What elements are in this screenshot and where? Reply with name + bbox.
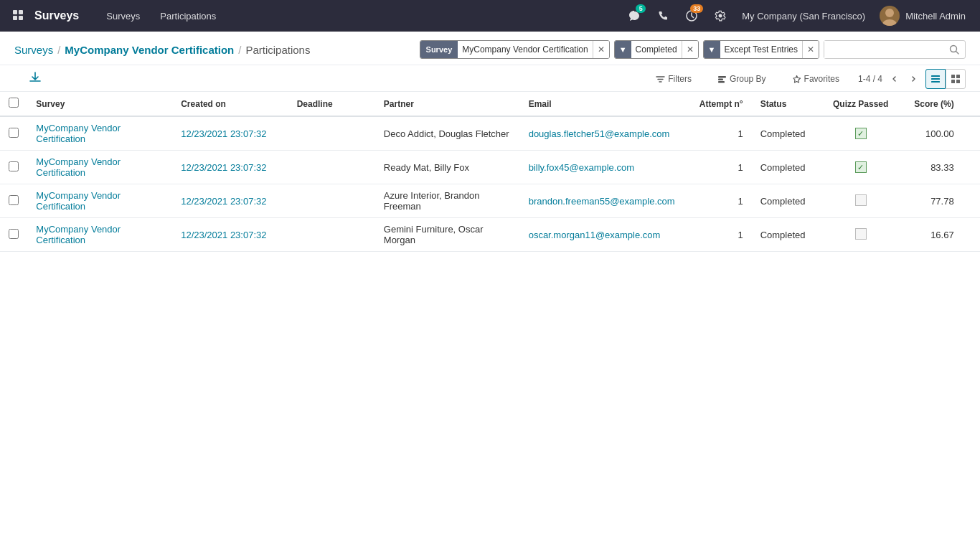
filter-tag-completed-close[interactable]: ✕ bbox=[682, 41, 698, 58]
row-survey-0[interactable]: MyCompany Vendor Certification bbox=[27, 116, 172, 151]
download-icon[interactable] bbox=[29, 71, 42, 87]
col-score-pct[interactable]: Score (%) bbox=[897, 92, 963, 116]
phone-icon-btn[interactable] bbox=[650, 3, 676, 29]
svg-rect-3 bbox=[19, 16, 23, 20]
prev-page-btn[interactable] bbox=[885, 70, 903, 88]
row-email-0[interactable]: douglas.fletcher51@example.com bbox=[520, 116, 687, 151]
col-more bbox=[963, 92, 980, 116]
chat-icon-btn[interactable]: 5 bbox=[621, 3, 647, 29]
nav-participations[interactable]: Participations bbox=[150, 0, 226, 32]
quizz-check-icon-3 bbox=[855, 228, 867, 240]
row-more-2 bbox=[963, 184, 980, 218]
row-survey-3[interactable]: MyCompany Vendor Certification bbox=[27, 218, 172, 252]
col-deadline[interactable]: Deadline bbox=[288, 92, 375, 116]
filter-tag-survey-close[interactable]: ✕ bbox=[593, 41, 609, 58]
svg-rect-11 bbox=[718, 81, 725, 83]
row-email-3[interactable]: oscar.morgan11@example.com bbox=[520, 218, 687, 252]
svg-rect-14 bbox=[931, 81, 940, 83]
row-attempt-3: 1 bbox=[687, 218, 752, 252]
clock-badge: 33 bbox=[690, 4, 703, 13]
row-created-1: 12/23/2021 23:07:32 bbox=[172, 151, 288, 184]
col-status[interactable]: Status bbox=[752, 92, 824, 116]
row-checkbox-1[interactable] bbox=[9, 161, 19, 171]
row-checkbox-cell bbox=[0, 184, 27, 218]
filter-tag-test-value: Except Test Entries bbox=[720, 41, 803, 58]
col-email[interactable]: Email bbox=[520, 92, 687, 116]
select-all-checkbox[interactable] bbox=[9, 98, 19, 108]
filter-tag-completed-icon: ▼ bbox=[615, 41, 631, 58]
list-view-btn[interactable] bbox=[925, 69, 946, 89]
row-checkbox-3[interactable] bbox=[9, 229, 19, 239]
row-partner-2[interactable]: Azure Interior, Brandon Freeman bbox=[375, 184, 520, 218]
row-deadline-1 bbox=[288, 151, 375, 184]
svg-rect-18 bbox=[956, 80, 960, 83]
settings-icon-btn[interactable] bbox=[707, 3, 733, 29]
favorites-label: Favorites bbox=[804, 74, 839, 84]
filters-btn[interactable]: Filters bbox=[649, 71, 699, 87]
chat-badge: 5 bbox=[636, 4, 646, 13]
row-partner-0[interactable]: Deco Addict, Douglas Fletcher bbox=[375, 116, 520, 151]
col-quizz-passed[interactable]: Quizz Passed bbox=[824, 92, 897, 116]
company-name[interactable]: My Company (San Francisco) bbox=[733, 11, 874, 22]
row-created-2: 12/23/2021 23:07:32 bbox=[172, 184, 288, 218]
group-by-label: Group By bbox=[730, 74, 766, 84]
grid-menu-icon[interactable] bbox=[9, 6, 29, 26]
search-wrap bbox=[824, 40, 966, 59]
filter-tag-completed: ▼ Completed ✕ bbox=[614, 40, 699, 59]
filter-tag-test-close[interactable]: ✕ bbox=[802, 41, 819, 58]
row-attempt-1: 1 bbox=[687, 151, 752, 184]
nav-surveys[interactable]: Surveys bbox=[96, 0, 150, 32]
row-more-0 bbox=[963, 116, 980, 151]
select-all-header bbox=[0, 92, 27, 116]
group-by-btn[interactable]: Group By bbox=[710, 71, 773, 87]
svg-line-8 bbox=[956, 52, 959, 55]
row-deadline-2 bbox=[288, 184, 375, 218]
breadcrumb-participations: Participations bbox=[245, 44, 310, 56]
svg-rect-0 bbox=[13, 10, 17, 14]
table-row: MyCompany Vendor Certification 12/23/202… bbox=[0, 218, 980, 252]
col-partner[interactable]: Partner bbox=[375, 92, 520, 116]
user-menu[interactable]: Mitchell Admin bbox=[874, 6, 971, 26]
row-quizz-0: ✓ bbox=[824, 116, 897, 151]
table-header-row: Survey Created on Deadline Partner Email… bbox=[0, 92, 980, 116]
svg-rect-9 bbox=[718, 76, 726, 78]
search-input[interactable] bbox=[824, 41, 943, 58]
breadcrumb-surveys[interactable]: Surveys bbox=[14, 44, 53, 56]
row-email-2[interactable]: brandon.freeman55@example.com bbox=[520, 184, 687, 218]
topnav: Surveys Surveys Participations 5 33 My C… bbox=[0, 0, 980, 32]
topnav-links: Surveys Participations bbox=[96, 0, 226, 32]
col-survey[interactable]: Survey bbox=[27, 92, 172, 116]
filter-tag-survey-value: MyCompany Vendor Certification bbox=[458, 41, 592, 58]
col-attempt-n[interactable]: Attempt n° bbox=[687, 92, 752, 116]
row-more-1 bbox=[963, 151, 980, 184]
row-checkbox-2[interactable] bbox=[9, 195, 19, 205]
svg-rect-10 bbox=[718, 78, 723, 80]
row-survey-2[interactable]: MyCompany Vendor Certification bbox=[27, 184, 172, 218]
row-created-0: 12/23/2021 23:07:32 bbox=[172, 116, 288, 151]
row-partner-3[interactable]: Gemini Furniture, Oscar Morgan bbox=[375, 218, 520, 252]
svg-rect-15 bbox=[951, 75, 955, 78]
row-status-0: Completed bbox=[752, 116, 824, 151]
next-page-btn[interactable] bbox=[905, 70, 923, 88]
row-email-1[interactable]: billy.fox45@example.com bbox=[520, 151, 687, 184]
kanban-view-btn[interactable] bbox=[946, 69, 966, 89]
row-status-3: Completed bbox=[752, 218, 824, 252]
row-score-3: 16.67 bbox=[897, 218, 963, 252]
svg-rect-17 bbox=[951, 80, 955, 83]
pagination-info: 1-4 / 4 bbox=[858, 74, 882, 84]
svg-rect-1 bbox=[19, 10, 23, 14]
row-partner-1[interactable]: Ready Mat, Billy Fox bbox=[375, 151, 520, 184]
row-status-1: Completed bbox=[752, 151, 824, 184]
row-status-2: Completed bbox=[752, 184, 824, 218]
filter-tag-test-entries: ▼ Except Test Entries ✕ bbox=[703, 40, 819, 59]
row-quizz-2 bbox=[824, 184, 897, 218]
col-created-on[interactable]: Created on bbox=[172, 92, 288, 116]
app-title[interactable]: Surveys bbox=[34, 9, 79, 22]
row-survey-1[interactable]: MyCompany Vendor Certification bbox=[27, 151, 172, 184]
row-checkbox-0[interactable] bbox=[9, 128, 19, 138]
search-icon[interactable] bbox=[943, 44, 965, 55]
breadcrumb-certification[interactable]: MyCompany Vendor Certification bbox=[65, 44, 234, 56]
filter-area: Survey MyCompany Vendor Certification ✕ … bbox=[420, 40, 966, 59]
favorites-btn[interactable]: Favorites bbox=[785, 71, 847, 87]
clock-icon-btn[interactable]: 33 bbox=[679, 3, 705, 29]
